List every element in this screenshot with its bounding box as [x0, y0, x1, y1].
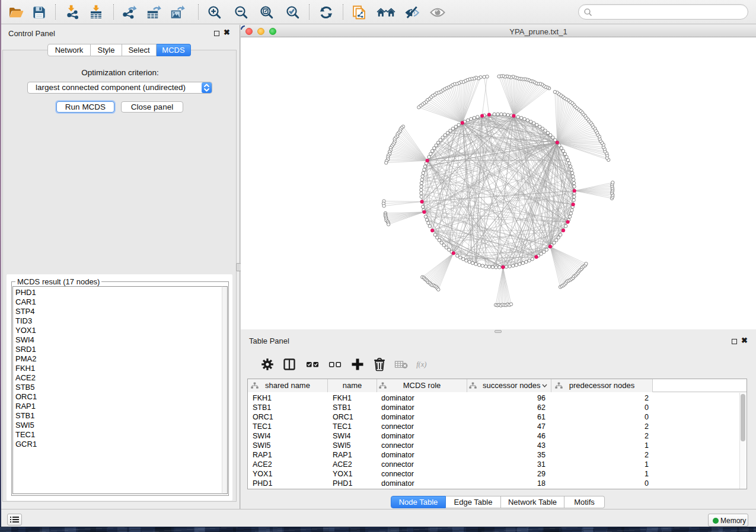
svg-text:f(x): f(x): [416, 360, 426, 368]
